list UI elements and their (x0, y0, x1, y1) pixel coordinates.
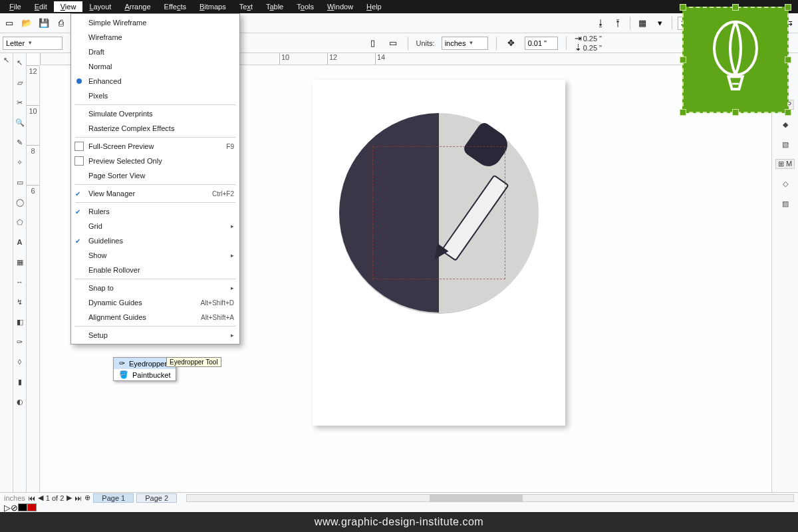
table-tool-icon[interactable]: ▦ (15, 257, 25, 267)
menu-item-simulate-overprints[interactable]: Simulate Overprints (71, 106, 239, 121)
ellipse-tool-icon[interactable]: ◯ (15, 197, 25, 207)
shape-tool-icon[interactable]: ▱ (15, 77, 25, 88)
page-size-dropdown[interactable]: Letter▼ (3, 37, 63, 50)
page-tab[interactable]: Page 1 (93, 493, 134, 503)
menu-item-simple-wireframe[interactable]: Simple Wireframe (71, 15, 239, 30)
panel-tab[interactable]: ⊞ M (775, 159, 795, 169)
freehand-tool-icon[interactable]: ✎ (15, 137, 25, 148)
menu-item-show[interactable]: Show▸ (71, 248, 239, 263)
dimension-tool-icon[interactable]: ↔ (15, 277, 25, 287)
ruler-unit-label: inches (4, 494, 25, 502)
nav-first-icon[interactable]: ⏮ (28, 494, 35, 502)
flyout-item-paintbucket[interactable]: 🪣Paintbucket (114, 369, 176, 380)
smart-tool-icon[interactable]: ✧ (15, 157, 25, 168)
separator (566, 37, 567, 50)
menu-item-draft[interactable]: Draft (71, 45, 239, 59)
outline-tool-icon[interactable]: ◊ (15, 356, 25, 367)
color-swatch-red[interactable] (27, 503, 37, 511)
nudge-input[interactable] (525, 37, 558, 50)
print-icon[interactable]: ⎙ (55, 17, 68, 30)
nav-last-icon[interactable]: ⏭ (74, 494, 82, 502)
view-menu-dropdown: Simple Wireframe Wireframe Draft Normal … (70, 13, 240, 344)
menu-tools[interactable]: Tools (290, 1, 321, 12)
menu-item-fullscreen-preview[interactable]: Full-Screen PreviewF9 (71, 139, 239, 154)
effects-tool-icon[interactable]: ◧ (15, 317, 25, 327)
menu-file[interactable]: FFileile (3, 1, 28, 12)
menu-item-page-sorter[interactable]: Page Sorter View (71, 168, 239, 183)
page-size-value: Letter (6, 39, 25, 47)
docker-icon[interactable]: ▧ (780, 139, 791, 150)
polygon-tool-icon[interactable]: ⬠ (15, 217, 25, 227)
rectangle-tool-icon[interactable]: ▭ (15, 177, 25, 188)
menu-table[interactable]: Table (259, 1, 290, 12)
options-icon[interactable]: ▾ (653, 17, 666, 30)
menu-item-rasterize-complex[interactable]: Rasterize Complex Effects (71, 121, 239, 136)
menu-item-grid[interactable]: Grid▸ (71, 219, 239, 233)
crop-tool-icon[interactable]: ✂ (15, 97, 25, 108)
no-outline-icon[interactable]: ⊘ (11, 503, 18, 512)
menu-item-alignment-guides[interactable]: Alignment GuidesAlt+Shift+A (71, 310, 239, 325)
menu-item-preview-selected[interactable]: Preview Selected Only (71, 154, 239, 168)
selection-marquee[interactable] (372, 146, 505, 279)
new-icon[interactable]: ▭ (3, 17, 16, 30)
submenu-arrow-icon: ▸ (231, 252, 234, 259)
pick-tool-icon[interactable]: ↖ (1, 55, 12, 65)
horizontal-scrollbar[interactable] (186, 494, 794, 502)
menu-view[interactable]: View (54, 1, 83, 12)
coreldraw-logo-badge (682, 7, 789, 113)
page-count: 1 of 2 (46, 494, 65, 502)
page-tab[interactable]: Page 2 (136, 493, 177, 503)
separator (496, 37, 497, 50)
units-label: Units: (416, 39, 435, 47)
menu-item-setup[interactable]: Setup▸ (71, 328, 239, 342)
portrait-icon[interactable]: ▯ (366, 37, 380, 50)
interactive-fill-icon[interactable]: ◐ (15, 396, 25, 407)
publish-icon[interactable]: ▦ (636, 17, 649, 30)
separator (630, 17, 630, 30)
docker-icon[interactable]: ◆ (780, 119, 791, 130)
menu-bar: FFileile Edit View Layout Arrange Effect… (0, 0, 798, 13)
menu-item-pixels[interactable]: Pixels (71, 88, 239, 103)
menu-help[interactable]: Help (360, 1, 388, 12)
menu-item-enable-rollover[interactable]: Enable Rollover (71, 263, 239, 277)
open-icon[interactable]: 📂 (20, 17, 33, 30)
play-icon[interactable]: ▷ (4, 503, 11, 512)
menu-arrange[interactable]: Arrange (118, 1, 157, 12)
nudge-icon: ✥ (505, 37, 518, 50)
menu-item-wireframe[interactable]: Wireframe (71, 30, 239, 45)
import-icon[interactable]: ⭳ (594, 17, 607, 30)
menu-item-rulers[interactable]: ✔Rulers (71, 204, 239, 219)
fill-tool-icon[interactable]: ▮ (15, 376, 25, 387)
tooltip: Eyedropper Tool (166, 357, 221, 367)
menu-edit[interactable]: Edit (28, 1, 54, 12)
docker-icon[interactable]: ◇ (780, 178, 791, 189)
export-icon[interactable]: ⭱ (611, 17, 624, 30)
menu-item-dynamic-guides[interactable]: Dynamic GuidesAlt+Shift+D (71, 295, 239, 310)
menu-item-normal[interactable]: Normal (71, 59, 239, 74)
text-tool-icon[interactable]: A (15, 237, 25, 247)
pick-tool-icon[interactable]: ↖ (15, 57, 25, 68)
eyedropper-tool-icon[interactable]: ✑ (15, 336, 25, 347)
menu-window[interactable]: Window (321, 1, 360, 12)
save-icon[interactable]: 💾 (37, 17, 51, 30)
menu-item-guidelines[interactable]: ✔Guidelines (71, 233, 239, 248)
preview-icon (74, 156, 84, 166)
units-dropdown[interactable]: inches▼ (442, 37, 488, 50)
menu-effects[interactable]: Effects (158, 1, 193, 12)
nav-prev-icon[interactable]: ◀ (38, 493, 43, 502)
menu-layout[interactable]: Layout (82, 1, 118, 12)
add-page-icon[interactable]: ⊕ (84, 493, 90, 502)
dup-x-value: 0.25 " (583, 35, 602, 43)
menu-item-enhanced[interactable]: Enhanced (71, 74, 239, 88)
menu-text[interactable]: Text (233, 1, 259, 12)
menu-item-snap-to[interactable]: Snap to▸ (71, 281, 239, 295)
color-swatch-black[interactable] (18, 503, 27, 511)
menu-bitmaps[interactable]: Bitmaps (193, 1, 233, 12)
docker-icon[interactable]: ▨ (780, 198, 791, 209)
menu-item-view-manager[interactable]: ✔View ManagerCtrl+F2 (71, 186, 239, 201)
toolbox: ↖ ▱ ✂ 🔍 ✎ ✧ ▭ ◯ ⬠ A ▦ ↔ ↯ ◧ ✑ ◊ ▮ ◐ (13, 53, 27, 492)
nav-next-icon[interactable]: ▶ (66, 493, 72, 502)
zoom-tool-icon[interactable]: 🔍 (15, 117, 25, 128)
connector-tool-icon[interactable]: ↯ (15, 297, 25, 307)
landscape-icon[interactable]: ▭ (386, 37, 400, 50)
